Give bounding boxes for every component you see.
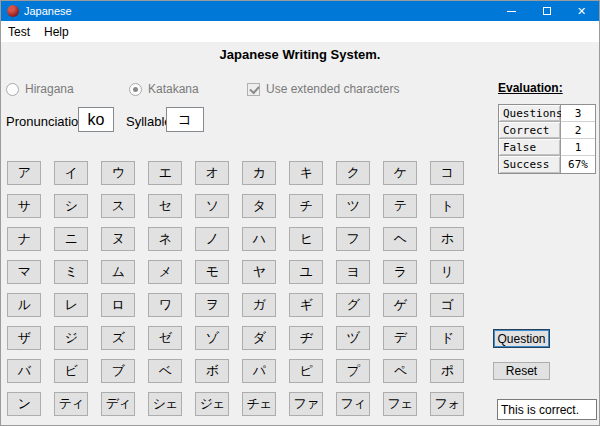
question-button[interactable]: Question (493, 329, 550, 348)
katakana-key[interactable]: ガ (242, 293, 276, 317)
katakana-key[interactable]: ミ (54, 260, 88, 284)
katakana-key[interactable]: ジェ (195, 392, 229, 416)
evaluation-row-label: Questions (499, 105, 561, 122)
katakana-key[interactable]: イ (54, 161, 88, 185)
katakana-key[interactable]: ヤ (242, 260, 276, 284)
katakana-key[interactable]: ファ (289, 392, 323, 416)
katakana-key[interactable]: ユ (289, 260, 323, 284)
katakana-key[interactable]: ヨ (336, 260, 370, 284)
katakana-key[interactable]: フォ (430, 392, 464, 416)
katakana-key[interactable]: テ (383, 194, 417, 218)
katakana-key[interactable]: ツ (336, 194, 370, 218)
katakana-key[interactable]: ギ (289, 293, 323, 317)
katakana-key[interactable]: ネ (148, 227, 182, 251)
katakana-key[interactable]: ディ (101, 392, 135, 416)
radio-katakana[interactable]: Katakana (129, 82, 199, 96)
katakana-key[interactable]: ヲ (195, 293, 229, 317)
katakana-key[interactable]: ノ (195, 227, 229, 251)
katakana-key[interactable]: シェ (148, 392, 182, 416)
katakana-key[interactable]: ペ (383, 359, 417, 383)
katakana-key[interactable]: ナ (7, 227, 41, 251)
katakana-key[interactable]: フィ (336, 392, 370, 416)
katakana-key[interactable]: エ (148, 161, 182, 185)
katakana-key[interactable]: ソ (195, 194, 229, 218)
result-message-box[interactable]: This is correct. (497, 399, 597, 420)
katakana-key[interactable]: ゼ (148, 326, 182, 350)
katakana-key[interactable]: ア (7, 161, 41, 185)
katakana-key[interactable]: ザ (7, 326, 41, 350)
katakana-key[interactable]: モ (195, 260, 229, 284)
katakana-key[interactable]: シ (54, 194, 88, 218)
katakana-key[interactable]: ヒ (289, 227, 323, 251)
katakana-key[interactable]: フェ (383, 392, 417, 416)
syllable-input[interactable]: コ (166, 107, 204, 132)
katakana-key[interactable]: デ (383, 326, 417, 350)
katakana-key[interactable]: ニ (54, 227, 88, 251)
katakana-key[interactable]: バ (7, 359, 41, 383)
menu-item-help[interactable]: Help (37, 23, 76, 41)
katakana-key[interactable]: プ (336, 359, 370, 383)
katakana-key[interactable]: ゾ (195, 326, 229, 350)
katakana-key[interactable]: ボ (195, 359, 229, 383)
menu-item-test[interactable]: Test (1, 23, 37, 41)
katakana-key[interactable]: ヌ (101, 227, 135, 251)
katakana-key[interactable]: ク (336, 161, 370, 185)
katakana-key[interactable]: キ (289, 161, 323, 185)
katakana-key[interactable]: ジ (54, 326, 88, 350)
katakana-key[interactable]: ティ (54, 392, 88, 416)
app-window: Japanese ✕ Test Help Japanese Writing Sy… (0, 0, 600, 426)
evaluation-row-value: 67% (561, 156, 595, 173)
katakana-key[interactable]: フ (336, 227, 370, 251)
katakana-key[interactable]: ン (7, 392, 41, 416)
checkbox-extended-characters[interactable]: Use extended characters (247, 82, 399, 96)
katakana-key[interactable]: ブ (101, 359, 135, 383)
katakana-key[interactable]: マ (7, 260, 41, 284)
katakana-key[interactable]: グ (336, 293, 370, 317)
katakana-key[interactable]: レ (54, 293, 88, 317)
katakana-key[interactable]: ケ (383, 161, 417, 185)
katakana-key[interactable]: ウ (101, 161, 135, 185)
katakana-key[interactable]: コ (430, 161, 464, 185)
katakana-key[interactable]: ス (101, 194, 135, 218)
katakana-key[interactable]: ヅ (336, 326, 370, 350)
katakana-key[interactable]: タ (242, 194, 276, 218)
katakana-key[interactable]: ワ (148, 293, 182, 317)
katakana-key[interactable]: ゲ (383, 293, 417, 317)
minimize-button[interactable] (494, 1, 529, 21)
katakana-key[interactable]: ト (430, 194, 464, 218)
katakana-key[interactable]: リ (430, 260, 464, 284)
katakana-key[interactable]: ゴ (430, 293, 464, 317)
katakana-key[interactable]: カ (242, 161, 276, 185)
katakana-key[interactable]: ヂ (289, 326, 323, 350)
minimize-icon (507, 11, 516, 12)
katakana-key[interactable]: ビ (54, 359, 88, 383)
katakana-key[interactable]: サ (7, 194, 41, 218)
katakana-key[interactable]: ピ (289, 359, 323, 383)
pronunciation-input[interactable]: ko (78, 107, 114, 132)
katakana-key[interactable]: ホ (430, 227, 464, 251)
katakana-key[interactable]: ベ (148, 359, 182, 383)
close-button[interactable]: ✕ (564, 1, 599, 21)
katakana-key[interactable]: ロ (101, 293, 135, 317)
katakana-key[interactable]: チ (289, 194, 323, 218)
radio-hiragana[interactable]: Hiragana (6, 82, 74, 96)
katakana-key[interactable]: ダ (242, 326, 276, 350)
katakana-key[interactable]: ム (101, 260, 135, 284)
keyboard-row: サシスセソタチツテト (7, 194, 464, 218)
katakana-key[interactable]: セ (148, 194, 182, 218)
katakana-key[interactable]: チェ (242, 392, 276, 416)
katakana-key[interactable]: ル (7, 293, 41, 317)
katakana-key[interactable]: メ (148, 260, 182, 284)
evaluation-row-value: 2 (561, 122, 595, 139)
katakana-key[interactable]: ズ (101, 326, 135, 350)
reset-button[interactable]: Reset (493, 362, 550, 380)
katakana-key[interactable]: ヘ (383, 227, 417, 251)
maximize-button[interactable] (529, 1, 564, 21)
katakana-key[interactable]: パ (242, 359, 276, 383)
katakana-key[interactable]: ラ (383, 260, 417, 284)
katakana-key[interactable]: オ (195, 161, 229, 185)
evaluation-title: Evaluation: (498, 81, 563, 95)
katakana-key[interactable]: ハ (242, 227, 276, 251)
katakana-key[interactable]: ポ (430, 359, 464, 383)
katakana-key[interactable]: ド (430, 326, 464, 350)
